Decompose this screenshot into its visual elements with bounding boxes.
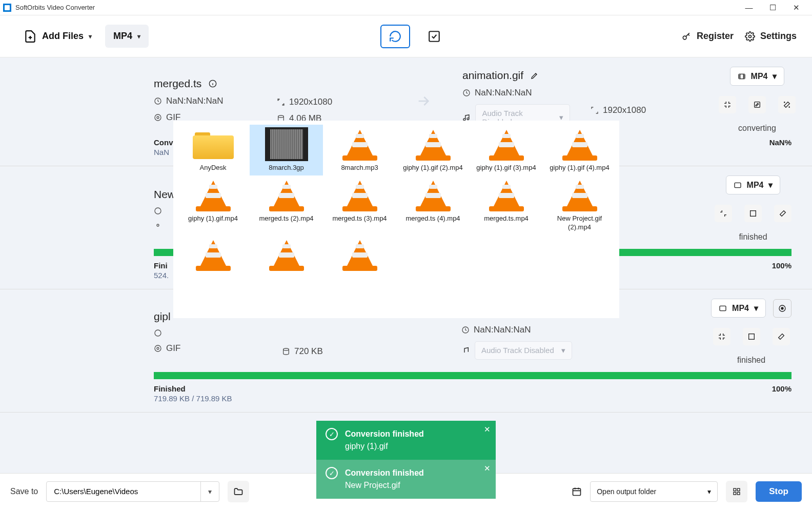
file-browser-item[interactable]: New Project.gif (2).mp4 xyxy=(543,175,616,235)
title-bar: SoftOrbits Video Converter — ☐ ✕ xyxy=(0,0,812,15)
close-button[interactable]: ✕ xyxy=(789,1,803,14)
file-label: 8march.3gp xyxy=(252,164,321,172)
progress-size: NaN xyxy=(154,148,169,156)
target-duration: NaN:NaN:NaN xyxy=(462,88,570,98)
progress-size: 719.89 KB / 719.89 KB xyxy=(154,394,232,403)
svg-rect-9 xyxy=(739,74,745,79)
save-path-combo[interactable]: ▾ xyxy=(46,481,219,502)
file-browser-item[interactable]: giphy (1).gif (2).mp4 xyxy=(396,125,470,175)
item-status: finished xyxy=(737,356,765,365)
toolbar: Add Files ▾ MP4 ▾ Register Settings xyxy=(0,15,812,57)
clock-icon xyxy=(461,326,470,334)
vlc-cone-icon xyxy=(340,179,379,211)
open-output-combo[interactable]: Open output folder ▾ xyxy=(590,481,718,502)
source-duration: NaN:NaN:NaN xyxy=(154,96,256,106)
item-format-button[interactable]: MP4▾ xyxy=(711,299,766,318)
settings-button[interactable]: Settings xyxy=(745,31,797,42)
svg-rect-14 xyxy=(750,211,756,217)
edit-button[interactable] xyxy=(748,96,766,113)
file-browser-item[interactable]: merged.ts (2).mp4 xyxy=(250,175,323,235)
file-browser-item[interactable]: merged.ts.mp4 xyxy=(470,175,543,235)
progress-status: Finished xyxy=(154,384,186,393)
progress-percent: 100% xyxy=(772,384,791,393)
item-format-button[interactable]: MP4▾ xyxy=(726,175,781,194)
refresh-button[interactable] xyxy=(380,25,410,48)
svg-point-16 xyxy=(157,347,159,349)
file-browser-item[interactable]: merged.ts (3).mp4 xyxy=(323,175,396,235)
output-format-button[interactable]: MP4 ▾ xyxy=(105,25,149,48)
progress-percent: 100% xyxy=(772,261,791,270)
compress-button[interactable] xyxy=(713,328,730,345)
toast-close-button[interactable]: ✕ xyxy=(484,425,491,434)
file-label: merged.ts (2).mp4 xyxy=(252,214,321,223)
file-browser-item[interactable]: giphy (1).gif (3).mp4 xyxy=(470,125,543,175)
svg-point-6 xyxy=(155,114,161,121)
compress-button[interactable] xyxy=(715,205,732,222)
svg-rect-0 xyxy=(430,31,440,42)
file-browser-item[interactable]: merged.ts (4).mp4 xyxy=(396,175,470,235)
file-browser-item[interactable] xyxy=(176,235,250,277)
chevron-down-icon: ▾ xyxy=(707,487,711,496)
item-format-button[interactable]: MP4 ▾ xyxy=(730,67,785,86)
vlc-cone-icon xyxy=(414,128,453,161)
info-icon[interactable] xyxy=(209,80,217,88)
maximize-button[interactable]: ☐ xyxy=(766,1,779,14)
svg-point-12 xyxy=(157,224,159,226)
vlc-cone-icon xyxy=(267,238,306,271)
register-label: Register xyxy=(697,31,734,42)
vlc-cone-icon xyxy=(414,179,453,211)
file-browser-item[interactable] xyxy=(250,235,323,277)
file-browser-item[interactable]: giphy (1).gif (4).mp4 xyxy=(543,125,616,175)
grid-icon xyxy=(733,487,741,496)
calendar-icon[interactable] xyxy=(572,486,582,497)
file-label: 8march.mp3 xyxy=(325,164,394,172)
edit-icon[interactable] xyxy=(531,71,539,80)
audio-track-select[interactable]: Audio Track Disabled▾ xyxy=(461,341,572,360)
vlc-cone-icon xyxy=(560,128,599,161)
effects-button[interactable] xyxy=(773,328,790,345)
toast-close-button[interactable]: ✕ xyxy=(484,464,491,473)
chevron-down-icon[interactable]: ▾ xyxy=(200,482,219,501)
file-label: giphy (1).gif (4).mp4 xyxy=(545,164,614,172)
progress-bar xyxy=(154,372,791,379)
item-status: finished xyxy=(739,232,767,242)
compress-button[interactable] xyxy=(719,96,736,113)
file-browser-item[interactable]: 8march.mp3 xyxy=(323,125,396,175)
window-controls: — ☐ ✕ xyxy=(742,1,809,14)
vlc-cone-icon xyxy=(487,179,526,211)
record-button[interactable] xyxy=(773,299,791,318)
add-files-button[interactable]: Add Files ▾ xyxy=(15,24,100,49)
gear-icon xyxy=(154,113,162,122)
file-label: merged.ts (4).mp4 xyxy=(398,214,468,223)
edit-button[interactable] xyxy=(743,328,760,345)
svg-point-7 xyxy=(278,115,284,118)
edit-button[interactable] xyxy=(744,205,762,222)
file-browser-overlay: AnyDesk8march.3gp8march.mp3giphy (1).gif… xyxy=(173,121,619,318)
register-button[interactable]: Register xyxy=(681,31,734,42)
effects-button[interactable] xyxy=(774,205,791,222)
effects-button[interactable] xyxy=(778,96,796,113)
file-browser-item[interactable]: AnyDesk xyxy=(176,125,250,175)
file-browser-item[interactable]: giphy (1).gif.mp4 xyxy=(176,175,250,235)
item-status: converting xyxy=(738,124,776,133)
output-format-label: MP4 xyxy=(113,31,132,42)
toast-file: New Project.gif xyxy=(345,479,424,492)
save-path-input[interactable] xyxy=(47,487,200,496)
grid-view-button[interactable] xyxy=(726,481,747,502)
svg-point-22 xyxy=(781,307,783,309)
svg-point-11 xyxy=(155,208,161,214)
minimize-button[interactable]: — xyxy=(742,1,756,14)
file-browser-item[interactable] xyxy=(323,235,396,277)
check-icon: ✓ xyxy=(326,467,338,479)
svg-rect-10 xyxy=(755,102,760,108)
browse-folder-button[interactable] xyxy=(228,481,249,502)
target-resolution: 1920x1080 xyxy=(591,105,698,115)
stop-button[interactable]: Stop xyxy=(756,481,802,502)
svg-rect-28 xyxy=(738,492,740,495)
file-browser-item[interactable]: 8march.3gp xyxy=(250,125,323,175)
chevron-down-icon: ▾ xyxy=(137,33,140,40)
chevron-down-icon: ▾ xyxy=(89,33,92,40)
file-label: AnyDesk xyxy=(178,164,248,172)
expand-icon xyxy=(591,106,599,114)
apply-all-button[interactable] xyxy=(419,25,449,48)
